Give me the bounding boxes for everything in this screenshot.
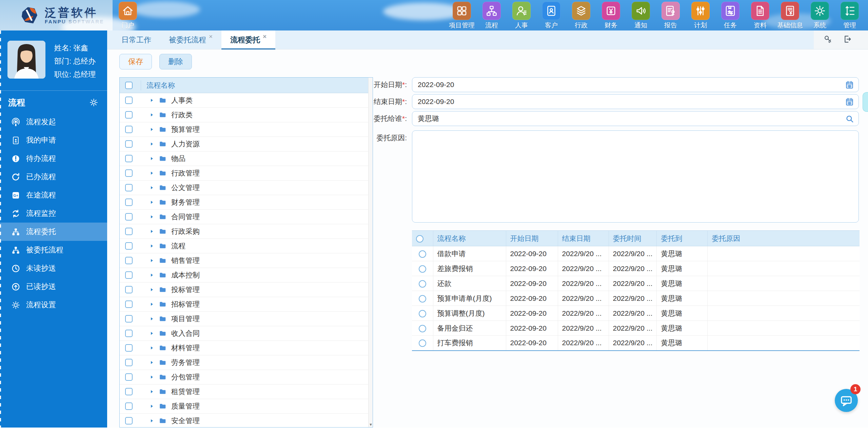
checkbox[interactable] bbox=[125, 315, 133, 323]
delete-button[interactable]: 删除 bbox=[159, 54, 192, 69]
radio-button[interactable] bbox=[419, 280, 426, 288]
tree-row[interactable]: 人事类 bbox=[120, 93, 373, 108]
radio-button[interactable] bbox=[419, 339, 426, 347]
module-nav-item[interactable]: 基础信息 bbox=[775, 2, 805, 30]
sidebar-menu-item[interactable]: 已读抄送 bbox=[0, 277, 107, 296]
caret-right-icon[interactable] bbox=[150, 156, 154, 161]
start-date-input[interactable] bbox=[412, 77, 859, 92]
tree-row[interactable]: 投标管理 bbox=[120, 283, 373, 297]
radio-button[interactable] bbox=[419, 250, 426, 258]
tab[interactable]: 被委托流程× bbox=[160, 30, 221, 49]
logout-icon[interactable] bbox=[843, 35, 852, 45]
tree-row[interactable]: 收入合同 bbox=[120, 326, 373, 341]
checkbox[interactable] bbox=[125, 344, 133, 352]
checkbox[interactable] bbox=[125, 257, 133, 264]
tree-row[interactable]: 行政管理 bbox=[120, 166, 373, 181]
tree-row[interactable]: 人力资源 bbox=[120, 137, 373, 151]
sidebar-menu-item[interactable]: 待办流程 bbox=[0, 149, 107, 168]
caret-right-icon[interactable] bbox=[150, 200, 154, 205]
caret-right-icon[interactable] bbox=[150, 258, 154, 263]
checkbox[interactable] bbox=[125, 228, 133, 235]
delegate-to-input[interactable] bbox=[412, 111, 859, 126]
table-row[interactable]: 差旅费报销 2022-09-20 2022/9/20 ... 2022/9/20… bbox=[412, 261, 860, 276]
module-nav-item[interactable]: 管理 bbox=[835, 2, 865, 30]
tree-row[interactable]: 销售管理 bbox=[120, 253, 373, 268]
caret-right-icon[interactable] bbox=[150, 112, 154, 117]
caret-right-icon[interactable] bbox=[150, 98, 154, 103]
caret-right-icon[interactable] bbox=[150, 185, 154, 190]
checkbox[interactable] bbox=[125, 286, 133, 293]
tree-row[interactable]: 财务管理 bbox=[120, 195, 373, 210]
tab[interactable]: 日常工作× bbox=[113, 30, 160, 49]
caret-right-icon[interactable] bbox=[150, 287, 154, 292]
sidebar-menu-item[interactable]: 流程监控 bbox=[0, 204, 107, 223]
checkbox[interactable] bbox=[125, 184, 133, 191]
table-row[interactable]: 备用金归还 2022-09-20 2022/9/20 ... 2022/9/20… bbox=[412, 321, 860, 336]
caret-right-icon[interactable] bbox=[150, 142, 154, 146]
checkbox[interactable] bbox=[125, 388, 133, 395]
tree-row[interactable]: 行政采购 bbox=[120, 224, 373, 239]
caret-right-icon[interactable] bbox=[150, 302, 154, 307]
module-nav-item[interactable]: 系统 bbox=[805, 2, 835, 30]
radio-button[interactable] bbox=[419, 265, 426, 273]
caret-right-icon[interactable] bbox=[150, 316, 154, 321]
tree-row[interactable]: 预算管理 bbox=[120, 122, 373, 137]
module-nav-item[interactable]: 资料 bbox=[745, 2, 775, 30]
scroll-down-arrow-icon[interactable]: ▼ bbox=[369, 422, 373, 427]
tree-row[interactable]: 招标管理 bbox=[120, 297, 373, 312]
checkbox[interactable] bbox=[125, 213, 133, 221]
caret-right-icon[interactable] bbox=[150, 389, 154, 394]
module-nav-item[interactable]: 报告 bbox=[656, 2, 686, 30]
checkbox[interactable] bbox=[125, 242, 133, 250]
sidebar-menu-item[interactable]: 已办流程 bbox=[0, 168, 107, 186]
checkbox[interactable] bbox=[125, 271, 133, 279]
caret-right-icon[interactable] bbox=[150, 244, 154, 248]
checkbox[interactable] bbox=[125, 97, 133, 104]
caret-right-icon[interactable] bbox=[150, 404, 154, 409]
tree-row[interactable]: 劳务管理 bbox=[120, 355, 373, 370]
checkbox[interactable] bbox=[125, 126, 133, 133]
key-icon[interactable] bbox=[823, 35, 832, 45]
tree-row[interactable]: 租赁管理 bbox=[120, 385, 373, 399]
table-row[interactable]: 还款 2022-09-20 2022/9/20 ... 2022/9/20 ..… bbox=[412, 276, 860, 291]
caret-right-icon[interactable] bbox=[150, 331, 154, 336]
close-icon[interactable]: × bbox=[209, 33, 213, 40]
module-nav-item[interactable]: 行政 bbox=[566, 2, 596, 30]
checkbox[interactable] bbox=[125, 140, 133, 148]
caret-right-icon[interactable] bbox=[150, 375, 154, 379]
sidebar-menu-item[interactable]: 流程发起 bbox=[0, 113, 107, 131]
module-nav-item[interactable]: 财务 bbox=[596, 2, 626, 30]
reason-textarea[interactable] bbox=[412, 130, 859, 223]
tree-row[interactable]: 行政类 bbox=[120, 108, 373, 122]
tree-row[interactable]: 流程 bbox=[120, 239, 373, 253]
module-nav-item[interactable]: 计划 bbox=[686, 2, 715, 30]
checkbox[interactable] bbox=[125, 300, 133, 308]
table-row[interactable]: 预算申请单(月度) 2022-09-20 2022/9/20 ... 2022/… bbox=[412, 291, 860, 306]
module-nav-item[interactable]: 客户 bbox=[536, 2, 566, 30]
save-button[interactable]: 保存 bbox=[119, 54, 152, 69]
module-nav-item[interactable]: 人事 bbox=[507, 2, 536, 30]
sidebar-menu-item[interactable]: 我的申请 bbox=[0, 131, 107, 149]
module-nav-item[interactable]: 任务 bbox=[715, 2, 745, 30]
checkbox[interactable] bbox=[125, 402, 133, 410]
module-nav-item[interactable]: 通知 bbox=[626, 2, 656, 30]
radio-button[interactable] bbox=[416, 235, 423, 243]
select-all-checkbox[interactable] bbox=[125, 82, 133, 89]
calendar-icon[interactable] bbox=[845, 97, 854, 106]
checkbox[interactable] bbox=[125, 111, 133, 119]
sidebar-menu-item[interactable]: G+ 在途流程 bbox=[0, 186, 107, 204]
radio-button[interactable] bbox=[419, 295, 426, 303]
nav-portal[interactable]: 门户 bbox=[113, 2, 142, 30]
tree-row[interactable]: 项目管理 bbox=[120, 312, 373, 326]
checkbox[interactable] bbox=[125, 169, 133, 177]
module-nav-item[interactable]: 流程 bbox=[477, 2, 507, 30]
gear-icon[interactable] bbox=[89, 98, 98, 107]
table-row[interactable]: 预算调整(月度) 2022-09-20 2022/9/20 ... 2022/9… bbox=[412, 306, 860, 321]
radio-button[interactable] bbox=[419, 310, 426, 317]
table-row[interactable]: 打车费报销 2022-09-20 2022/9/20 ... 2022/9/20… bbox=[412, 336, 860, 351]
close-icon[interactable]: × bbox=[263, 33, 267, 40]
caret-right-icon[interactable] bbox=[150, 346, 154, 350]
checkbox[interactable] bbox=[125, 155, 133, 162]
caret-right-icon[interactable] bbox=[150, 273, 154, 277]
sidebar-menu-item[interactable]: 被委托流程 bbox=[0, 241, 107, 259]
